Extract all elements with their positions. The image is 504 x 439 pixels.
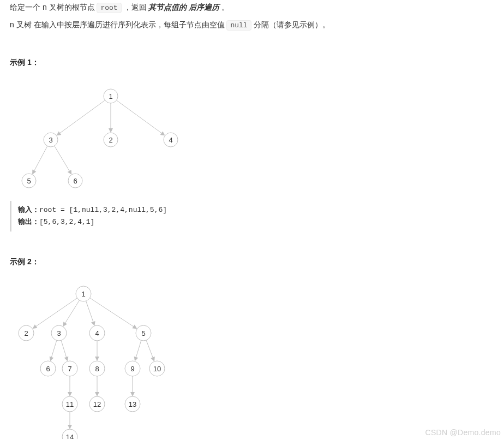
example1-output-value: [5,6,3,2,4,1]: [39, 218, 94, 226]
tree-node-label: 3: [49, 135, 52, 144]
p2-prefix: n 叉树 在输入中按层序遍历进行序列化表示，每组子节点由空值: [10, 20, 226, 29]
svg-line-8: [55, 146, 70, 172]
tree-node-label: 3: [57, 329, 61, 337]
inline-code-null: null: [226, 20, 251, 31]
tree-node-label: 1: [81, 290, 85, 298]
tree-node-label: 2: [24, 329, 28, 337]
svg-marker-11: [33, 324, 38, 329]
svg-line-26: [146, 340, 153, 359]
tree-node-label: 13: [129, 400, 136, 408]
tree-node-label: 6: [73, 176, 77, 185]
svg-marker-3: [109, 128, 113, 133]
svg-line-14: [86, 301, 94, 323]
tree-node-label: 8: [95, 365, 99, 373]
tree-node-label: 12: [93, 400, 101, 408]
example1-heading: 示例 1：: [10, 55, 494, 70]
example1-output-label: 输出：: [18, 217, 39, 226]
svg-line-18: [51, 341, 57, 359]
p2-suffix: 分隔（请参见示例）。: [254, 20, 330, 29]
p1-prefix: 给定一个 n 叉树的根节点: [10, 3, 97, 11]
tree-node-label: 6: [46, 365, 50, 373]
svg-line-20: [61, 341, 67, 359]
svg-marker-33: [130, 392, 135, 396]
svg-line-12: [64, 300, 80, 324]
example2-heading: 示例 2：: [10, 254, 494, 269]
svg-marker-1: [57, 131, 62, 135]
svg-marker-31: [95, 392, 99, 396]
svg-marker-23: [95, 357, 99, 361]
example1-input-value: root = [1,null,3,2,4,null,5,6]: [39, 206, 167, 214]
tree-node-label: 14: [66, 433, 74, 439]
inline-code-root: root: [97, 3, 121, 13]
tree-node-label: 5: [141, 329, 145, 337]
tree-node-label: 2: [109, 135, 112, 144]
example2-tree-container: 1234567891011121314: [10, 274, 494, 439]
svg-marker-35: [68, 425, 72, 429]
svg-line-4: [117, 100, 163, 134]
svg-marker-5: [160, 131, 165, 135]
svg-line-6: [33, 146, 47, 172]
svg-line-0: [59, 100, 105, 134]
svg-marker-25: [134, 357, 139, 361]
problem-paragraph-2: n 叉树 在输入中按层序遍历进行序列化表示，每组子节点由空值 null 分隔（请…: [10, 17, 494, 33]
p1-emph-strong: 后序遍历: [189, 3, 219, 11]
svg-marker-17: [132, 325, 137, 329]
tree-node-label: 1: [109, 92, 112, 100]
example1-input-label: 输入：: [18, 205, 39, 213]
svg-marker-21: [64, 357, 69, 361]
example1-tree-container: 132456: [10, 75, 494, 198]
p1-emph-pre: 其节点值的: [148, 3, 189, 11]
example1-io-block: 输入：root = [1,null,3,2,4,null,5,6] 输出：[5,…: [10, 201, 494, 232]
tree-node-label: 11: [66, 400, 74, 408]
tree-node-label: 9: [130, 365, 134, 373]
tree-node-label: 10: [153, 365, 161, 373]
svg-marker-15: [91, 321, 95, 326]
p1-mid: ，返回: [124, 3, 149, 11]
example2-tree: 1234567891011121314: [10, 278, 173, 439]
svg-marker-9: [68, 170, 72, 175]
svg-line-16: [90, 298, 135, 328]
watermark: CSDN @Demo.demo: [425, 428, 501, 437]
tree-node-label: 5: [27, 176, 31, 185]
example1-tree: 132456: [10, 80, 190, 194]
problem-paragraph-1: 给定一个 n 叉树的根节点 root ，返回 其节点值的 后序遍历 。: [10, 0, 494, 15]
svg-marker-19: [50, 357, 54, 361]
tree-node-label: 7: [68, 365, 71, 373]
svg-line-10: [35, 298, 77, 327]
svg-marker-29: [68, 392, 72, 396]
tree-node-label: 4: [169, 135, 172, 144]
svg-marker-13: [63, 322, 67, 327]
p1-suffix: 。: [221, 3, 229, 11]
tree-node-label: 4: [95, 329, 99, 337]
svg-line-24: [136, 341, 141, 359]
